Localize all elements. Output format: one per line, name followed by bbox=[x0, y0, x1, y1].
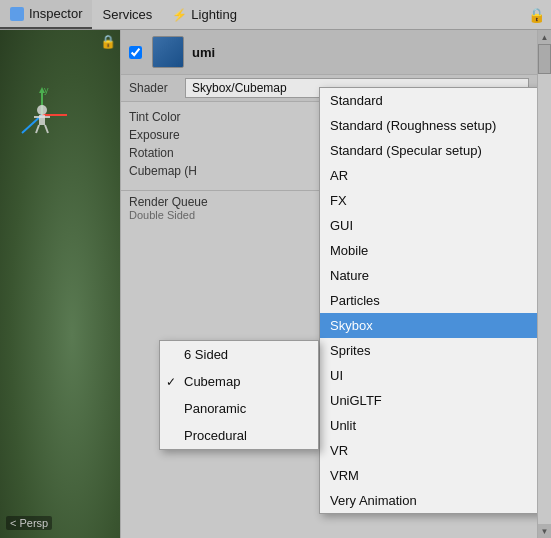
material-enabled-checkbox[interactable] bbox=[129, 46, 142, 59]
svg-text:y: y bbox=[44, 85, 49, 95]
dropdown-item-label-1: Standard (Roughness setup) bbox=[330, 118, 496, 133]
svg-line-8 bbox=[36, 125, 39, 133]
scroll-track bbox=[538, 44, 551, 524]
exposure-label: Exposure bbox=[129, 128, 219, 142]
dropdown-item-label-14: VR bbox=[330, 443, 348, 458]
shader-label: Shader bbox=[129, 81, 177, 95]
dropdown-item-label-9: Skybox bbox=[330, 318, 373, 333]
dropdown-item-label-7: Nature bbox=[330, 268, 369, 283]
services-tab[interactable]: Services bbox=[92, 0, 162, 29]
persp-label: < Persp bbox=[6, 516, 52, 530]
scroll-thumb[interactable] bbox=[538, 44, 551, 74]
dropdown-item-label-15: VRM bbox=[330, 468, 359, 483]
sub-dropdown-item-0[interactable]: 6 Sided bbox=[160, 341, 318, 368]
dropdown-item-label-16: Very Animation bbox=[330, 493, 417, 508]
scroll-down-arrow[interactable]: ▼ bbox=[538, 524, 552, 538]
lighting-tab[interactable]: ⚡ Lighting bbox=[162, 0, 247, 29]
sub-dropdown-item-1[interactable]: Cubemap bbox=[160, 368, 318, 395]
inspector-panel: umi Shader Skybox/Cubemap Tint Color Exp… bbox=[120, 30, 537, 538]
services-tab-label: Services bbox=[102, 7, 152, 22]
main-dropdown-item-2[interactable]: Standard (Specular setup) bbox=[320, 138, 537, 163]
dropdown-item-label-3: AR bbox=[330, 168, 348, 183]
main-dropdown-item-7[interactable]: Nature› bbox=[320, 263, 537, 288]
dropdown-item-label-12: UniGLTF bbox=[330, 393, 382, 408]
main-dropdown-item-3[interactable]: AR› bbox=[320, 163, 537, 188]
main-dropdown-item-9[interactable]: Skybox› bbox=[320, 313, 537, 338]
main-dropdown-item-11[interactable]: UI› bbox=[320, 363, 537, 388]
dropdown-item-label-2: Standard (Specular setup) bbox=[330, 143, 482, 158]
dropdown-item-label-11: UI bbox=[330, 368, 343, 383]
main-area: y < Persp 🔒 umi Shader Skybox/Cubem bbox=[0, 30, 551, 538]
dropdown-item-label-10: Sprites bbox=[330, 343, 370, 358]
scroll-up-arrow[interactable]: ▲ bbox=[538, 30, 552, 44]
inspector-tab-label: Inspector bbox=[29, 6, 82, 21]
main-dropdown-item-13[interactable]: Unlit› bbox=[320, 413, 537, 438]
main-dropdown-item-8[interactable]: Particles› bbox=[320, 288, 537, 313]
tint-color-label: Tint Color bbox=[129, 110, 219, 124]
cubemap-label: Cubemap (H bbox=[129, 164, 219, 178]
main-dropdown-item-12[interactable]: UniGLTF› bbox=[320, 388, 537, 413]
lighting-tab-label: Lighting bbox=[191, 7, 237, 22]
sub-dropdown-item-2[interactable]: Panoramic bbox=[160, 395, 318, 422]
main-dropdown: StandardStandard (Roughness setup)Standa… bbox=[319, 87, 537, 514]
material-name: umi bbox=[192, 45, 215, 60]
main-dropdown-item-5[interactable]: GUI› bbox=[320, 213, 537, 238]
svg-point-5 bbox=[37, 105, 47, 115]
rotation-label: Rotation bbox=[129, 146, 219, 160]
main-dropdown-item-6[interactable]: Mobile› bbox=[320, 238, 537, 263]
dropdown-item-label-6: Mobile bbox=[330, 243, 368, 258]
inspector-icon bbox=[10, 7, 24, 21]
material-header: umi bbox=[121, 30, 537, 75]
sub-dropdown-item-3[interactable]: Procedural bbox=[160, 422, 318, 449]
dropdown-item-label-0: Standard bbox=[330, 93, 383, 108]
main-dropdown-item-1[interactable]: Standard (Roughness setup) bbox=[320, 113, 537, 138]
sub-dropdown: 6 SidedCubemapPanoramicProcedural bbox=[159, 340, 319, 450]
main-dropdown-item-0[interactable]: Standard bbox=[320, 88, 537, 113]
inspector-tab[interactable]: Inspector bbox=[0, 0, 92, 29]
scene-panel: y < Persp 🔒 bbox=[0, 30, 120, 538]
right-scrollbar: ▲ ▼ bbox=[537, 30, 551, 538]
main-dropdown-item-15[interactable]: VRM› bbox=[320, 463, 537, 488]
svg-line-9 bbox=[45, 125, 48, 133]
lock-icon[interactable]: 🔒 bbox=[528, 7, 545, 23]
dropdown-item-label-8: Particles bbox=[330, 293, 380, 308]
scene-lock-icon[interactable]: 🔒 bbox=[100, 34, 116, 49]
main-dropdown-item-4[interactable]: FX› bbox=[320, 188, 537, 213]
axis-gizmo: y bbox=[12, 85, 72, 145]
main-dropdown-item-14[interactable]: VR› bbox=[320, 438, 537, 463]
main-dropdown-item-16[interactable]: Very Animation› bbox=[320, 488, 537, 513]
dropdown-item-label-4: FX bbox=[330, 193, 347, 208]
dropdown-item-label-5: GUI bbox=[330, 218, 353, 233]
lighting-icon: ⚡ bbox=[172, 8, 187, 22]
top-bar: Inspector Services ⚡ Lighting 🔒 bbox=[0, 0, 551, 30]
material-thumbnail bbox=[152, 36, 184, 68]
main-dropdown-item-10[interactable]: Sprites› bbox=[320, 338, 537, 363]
dropdown-item-label-13: Unlit bbox=[330, 418, 356, 433]
